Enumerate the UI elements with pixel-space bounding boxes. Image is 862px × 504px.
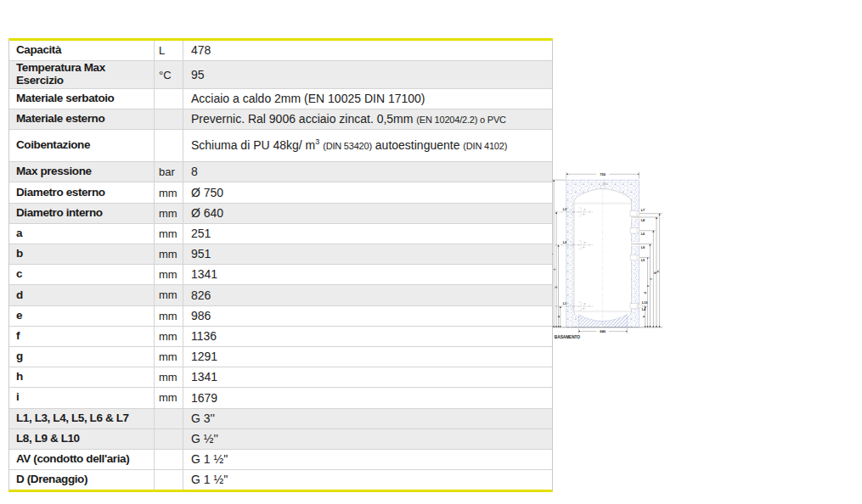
spec-row: cmm1341 [9,265,552,285]
dim-750-label: 750 [600,172,606,176]
port-label-l2: L2 [563,240,567,244]
spec-unit [155,89,183,109]
spec-label: AV (condotto dell'aria) [9,450,155,469]
tank-drawing-svg: 750 640 AV i c b a [552,8,862,504]
spec-value: 1679 [183,388,552,407]
spec-row: CoibentazioneSchiuma di PU 48kg/ m3 (DIN… [9,130,552,162]
av-port [601,186,605,188]
drain-stub-2 [611,325,614,328]
spec-row: dmm826 [9,285,552,305]
spec-unit: mm [155,347,183,367]
spec-row: Materiale serbatoioAcciaio a caldo 2mm (… [9,89,552,109]
spec-label: L1, L3, L4, L5, L6 & L7 [9,409,155,428]
spec-label: f [9,327,155,346]
spec-row: CapacitàL478 [9,41,552,61]
spec-label: L8, L9 & L10 [9,429,155,449]
spec-label: h [9,367,155,387]
spec-unit: mm [155,367,183,387]
spec-row: bmm951 [9,244,552,265]
spec-row: Materiale esternoPrevernic. Ral 9006 acc… [9,109,552,130]
spec-unit [155,109,183,129]
spec-row: emm986 [9,306,552,327]
spec-value: Prevernic. Ral 9006 acciaio zincat. 0,5m… [183,109,552,129]
spec-value: Ø 640 [183,204,552,223]
spec-value: 1341 [183,265,552,284]
spec-row: gmm1291 [9,347,552,367]
spec-label: D (Drenaggio) [9,470,155,490]
dim-letter-f: f [650,278,653,280]
spec-label: Coibentazione [9,130,155,161]
spec-value: 951 [183,244,552,264]
spec-label: b [9,244,155,264]
spec-unit [155,130,183,161]
spec-label: i [9,388,155,407]
spec-value: 1291 [183,347,552,367]
port-label-l7: L7 [641,208,645,212]
spec-row: Diametro internommØ 640 [9,204,552,224]
port-label-l8: L8 [641,218,645,222]
spec-table: CapacitàL478Temperatura Max Esercizio°C9… [8,38,553,492]
dim-letter-e: e [646,285,650,287]
av-port-label: AV [603,182,607,186]
spec-value: Schiuma di PU 48kg/ m3 (DIN 53420) autoe… [183,130,552,161]
port-label-l1: L1 [563,301,567,305]
spec-row: amm251 [9,224,552,244]
port-label-l5: L5 [641,258,645,262]
spec-unit: L [155,41,183,60]
spec-label: Max pressione [9,162,155,182]
spec-label: e [9,306,155,326]
spec-unit: mm [155,265,183,284]
spec-value: 1136 [183,327,552,346]
dim-letter-b: b [555,285,558,288]
spec-label: g [9,347,155,367]
spec-unit: mm [155,244,183,264]
spec-row: L1, L3, L4, L5, L6 & L7G 3'' [9,409,552,429]
spec-row: L8, L9 & L10G ½'' [9,429,552,450]
spec-label: Materiale esterno [9,109,155,129]
spec-row: hmm1341 [9,367,552,388]
spec-unit [155,450,183,469]
spec-unit: bar [155,162,183,182]
spec-label: Diametro esterno [9,182,155,202]
dim-letter-i: i [552,254,554,255]
spec-value: Ø 750 [183,182,552,202]
spec-value: 826 [183,285,552,305]
spec-unit: °C [155,61,183,88]
spec-unit: mm [155,204,183,223]
dim-letter-g: g [653,272,656,274]
spec-row: Temperatura Max Esercizio°C95 [9,61,552,89]
spec-value: 95 [183,61,552,88]
spec-label: Temperatura Max Esercizio [9,61,155,88]
spec-unit [155,470,183,490]
dim-letter-c: c [553,268,556,270]
port-label-l9: L9 [641,245,645,249]
spec-value: G 3'' [183,409,552,428]
spec-value: G 1 ½'' [183,450,552,469]
spec-value: 8 [183,162,552,182]
spec-row: fmm1136 [9,327,552,347]
spec-label: d [9,285,155,305]
spec-row: Max pressionebar8 [9,162,552,182]
spec-value: 1341 [183,367,552,387]
spec-label: Materiale serbatoio [9,89,155,109]
basamento-label: BASAMENTO [555,335,580,339]
spec-unit: mm [155,182,183,202]
port-label-l3: L3 [563,207,567,211]
dim-letter-a-right: a [642,315,645,317]
spec-unit: mm [155,388,183,407]
port-label-l6: L6 [641,232,645,236]
port-label-l10: L10 [642,300,649,305]
drain-stub [599,324,603,327]
spec-unit: mm [155,285,183,305]
spec-row: Diametro esternommØ 750 [9,182,552,203]
dim-letter-h: h [656,271,660,272]
spec-row: D (Drenaggio)G 1 ½'' [9,470,552,490]
spec-value: 986 [183,306,552,326]
spec-value: 251 [183,224,552,244]
spec-unit [155,429,183,449]
spec-label: a [9,224,155,244]
dim-640-label: 640 [600,329,606,333]
spec-unit: mm [155,306,183,326]
spec-label: Diametro interno [9,204,155,223]
spec-unit [155,409,183,428]
